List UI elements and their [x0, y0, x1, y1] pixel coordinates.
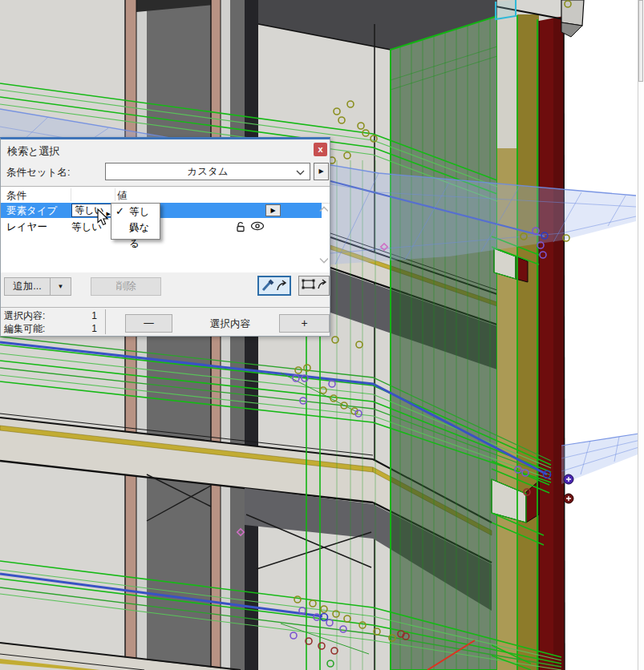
- glass-floor-plane-lower: [561, 433, 644, 484]
- column-header-criteria: 条件: [6, 189, 26, 203]
- cyan-bracket: [496, 0, 516, 19]
- marquee-select-button[interactable]: [298, 276, 330, 296]
- criteria-set-value: カスタム: [187, 166, 228, 177]
- add-button[interactable]: 追加...: [4, 277, 51, 296]
- dialog-titlebar[interactable]: 検索と選択 x: [1, 139, 330, 160]
- selected-glass-panel[interactable]: [391, 16, 497, 670]
- scrollbar-thumb[interactable]: [638, 0, 643, 82]
- selected-count-label: 選択内容:: [4, 309, 45, 322]
- add-to-selection-button[interactable]: +: [279, 314, 330, 333]
- marker-badge-purple[interactable]: [564, 474, 573, 484]
- operator-dropdown-button[interactable]: 等しい ▶: [71, 204, 113, 217]
- column-header-value: 値: [117, 189, 128, 203]
- pick-up-settings-button[interactable]: [257, 276, 291, 296]
- editable-count-label: 編集可能:: [4, 322, 45, 335]
- check-icon: ✓: [115, 204, 124, 220]
- divider: [105, 309, 106, 334]
- dialog-title: 検索と選択: [7, 144, 59, 159]
- chevron-down-icon: [296, 170, 305, 176]
- criteria-row-element-type[interactable]: 要素タイプ 等しい ▶ ▶: [1, 203, 322, 218]
- operator-popup-menu: ✓ 等しい 異なる: [111, 203, 160, 240]
- right-wall-columns: [492, 0, 584, 670]
- selected-count-value: 1: [91, 309, 97, 322]
- vertical-scrollbar[interactable]: [638, 0, 644, 670]
- selection-label: 選択内容: [193, 317, 267, 331]
- menu-item-equals[interactable]: ✓ 等しい: [111, 204, 160, 220]
- list-scroll-up-icon[interactable]: [319, 206, 329, 212]
- selection-status: 選択内容: 1 編集可能: 1: [4, 309, 97, 335]
- add-menu-arrow-button[interactable]: ▼: [50, 277, 71, 296]
- list-scroll-down-icon[interactable]: [319, 257, 329, 264]
- criteria-set-combobox[interactable]: カスタム: [105, 163, 310, 180]
- criteria-row-layer[interactable]: レイヤー 等しい: [1, 218, 330, 234]
- close-button[interactable]: x: [314, 143, 327, 156]
- editable-count-value: 1: [91, 322, 97, 335]
- menu-item-not-equals[interactable]: 異なる: [111, 220, 160, 236]
- marker-badge-darkred[interactable]: [564, 494, 573, 503]
- eyedropper-icon: [260, 277, 289, 293]
- eye-icon[interactable]: [250, 221, 265, 231]
- criteria-list: 条件 値 要素タイプ 等しい ▶ ▶ レイヤー 等しい: [1, 187, 330, 272]
- find-and-select-dialog: 検索と選択 x 条件セット名: カスタム ▶ 条件 値 要素タイプ 等しい ▶ …: [0, 137, 330, 337]
- criteria-list-header: 条件 値: [1, 187, 330, 204]
- value-menu-button[interactable]: ▶: [265, 204, 281, 216]
- criteria-set-menu-button[interactable]: ▶: [314, 163, 329, 180]
- unlock-icon[interactable]: [235, 220, 247, 232]
- delete-button[interactable]: 削除: [91, 277, 161, 296]
- criteria-set-label: 条件セット名:: [6, 166, 70, 180]
- marquee-icon: [301, 276, 328, 293]
- deselect-button[interactable]: —: [125, 314, 172, 333]
- separator: [1, 307, 330, 308]
